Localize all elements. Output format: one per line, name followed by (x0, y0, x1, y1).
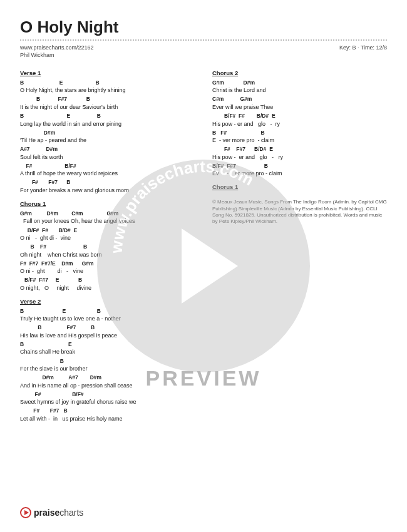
lyric-line: O Holy Night, the stars are brightly shi… (20, 86, 195, 94)
lyric-line: Soul felt its worth (20, 153, 195, 161)
footer-brand: praisecharts (20, 507, 83, 518)
lyric-line: It is the night of our dear Saviour's bi… (20, 103, 195, 111)
section-verse-2: Verse 2 (20, 298, 195, 306)
lyric-line: Long lay the world in sin and error pini… (20, 120, 195, 128)
lyric-line: E - ver more pro - claim (212, 136, 387, 144)
section-verse-1: Verse 1 (20, 69, 195, 78)
chord-line: F# F#7 B (20, 407, 195, 414)
chord-line: B F#7 B (20, 96, 195, 103)
chord-line: B/F# F# B/D# E (20, 227, 195, 234)
lyric-line: For the slave is our brother (20, 365, 195, 372)
chord-line: B F# B (20, 243, 195, 250)
lyric-line: O ni - ght di - vine (20, 234, 195, 242)
lyric-line: And in His name all op - pression shall … (20, 382, 195, 389)
chord-line: B F#7 B (20, 324, 195, 331)
footer-brand-bold: praise (34, 508, 59, 518)
chord-line: B E B (20, 113, 195, 120)
chord-line: B E (20, 341, 195, 348)
lyric-line: Let all with - in us praise His holy nam… (20, 415, 195, 422)
section-chorus-1-repeat: Chorus 1 (212, 183, 387, 192)
lyric-line: Ev - er more pro - claim (212, 170, 387, 177)
chord-line: G#m D#m C#m G#m (20, 210, 195, 217)
lyric-line: A thrill of hope the weary world rejoice… (20, 170, 195, 177)
chord-line: D#m A#7 D#m (20, 374, 195, 381)
lyric-line: Fall on your knees Oh, hear the angel vo… (20, 217, 195, 225)
lyric-line: O night, O night divine (20, 284, 195, 292)
chord-line: B/F# F#7 B (212, 163, 387, 170)
chord-line: C#m G#m (212, 96, 387, 103)
chord-line: F# F#7 F#7/E D#m G#m (20, 260, 195, 267)
section-chorus-1: Chorus 1 (20, 200, 195, 208)
chord-line: B F# B (212, 130, 387, 136)
lyric-line: Sweet hymns of joy in grateful chorus ra… (20, 398, 195, 406)
brand-play-icon (20, 507, 31, 518)
footer-brand-light: charts (59, 508, 83, 518)
chord-line: B/F# F#7 E B (20, 277, 195, 284)
section-chorus-2: Chorus 2 (212, 69, 387, 78)
lyric-line: 'Til He ap - peared and the (20, 136, 195, 144)
lyric-line: His pow - er and glo - ry (212, 120, 387, 128)
lyric-line: O ni - ght di - vine (20, 267, 195, 275)
lyric-columns: Verse 1 B E B O Holy Night, the stars ar… (20, 69, 387, 424)
triangle-icon (24, 510, 29, 515)
copyright-text: © Meaux Jeaux Music, Songs From The Indi… (212, 199, 387, 225)
lyric-line: For yonder breaks a new and glorious mor… (20, 187, 195, 194)
chord-line: F# B/F# (20, 163, 195, 170)
lyric-line: Oh night when Christ was born (20, 251, 195, 258)
chord-line: B E B (20, 308, 195, 315)
chord-line: B (20, 358, 195, 365)
lyric-line: Chains shall He break (20, 348, 195, 356)
chord-line: B/F# F# B/D# E (212, 113, 387, 120)
chord-line: F# B/F# (20, 391, 195, 398)
chord-line: F# F#7 B/D# E (212, 146, 387, 153)
chord-line: A#7 D#m (20, 146, 195, 153)
source-url: www.praisecharts.com/22162 (20, 44, 94, 51)
artist-name: Phil Wickham (20, 52, 387, 58)
lyric-line: His pow - er and glo - ry (212, 153, 387, 161)
lyric-line: Christ is the Lord and (212, 86, 387, 94)
key-time: Key: B · Time: 12/8 (339, 44, 387, 51)
right-column: Chorus 2 G#m D#m Christ is the Lord and … (212, 69, 387, 424)
lyric-line: Truly He taught us to love one a - nothe… (20, 315, 195, 322)
chord-line: B E B (20, 79, 195, 86)
chord-line: G#m D#m (212, 79, 387, 86)
song-title: O Holy Night (20, 18, 387, 37)
chord-line: F# F#7 B (20, 179, 195, 186)
footer-brand-text: praisecharts (34, 508, 83, 518)
divider (20, 39, 387, 41)
lyric-line: Ever will we praise Thee (212, 103, 387, 111)
chord-line: D#m (20, 130, 195, 136)
left-column: Verse 1 B E B O Holy Night, the stars ar… (20, 69, 195, 424)
lyric-line: His law is love and His gospel is peace (20, 332, 195, 339)
meta-row: www.praisecharts.com/22162 Key: B · Time… (20, 44, 387, 51)
